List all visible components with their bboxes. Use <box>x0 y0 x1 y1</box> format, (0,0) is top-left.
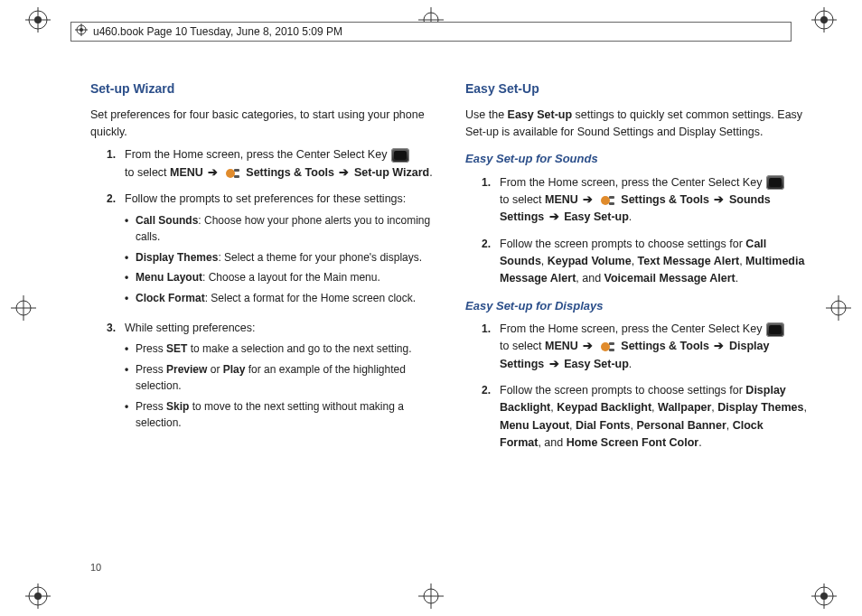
label: Menu Layout <box>500 419 569 432</box>
text: Follow the screen prompts to choose sett… <box>500 384 745 397</box>
text: , <box>569 419 576 432</box>
text: to select <box>500 193 545 206</box>
step-body: From the Home screen, press the Center S… <box>500 174 808 227</box>
menu-label: MENU <box>545 340 578 352</box>
text: From the Home screen, press the Center S… <box>500 322 765 335</box>
text: : Select a theme for your phone's displa… <box>218 251 422 264</box>
text: , and <box>576 272 604 285</box>
label: Personal Banner <box>636 419 726 432</box>
step-item: 2. Follow the screen prompts to choose s… <box>465 382 808 453</box>
text: Settings & Tools <box>621 193 712 206</box>
intro-text: Set preferences for four basic categorie… <box>90 107 433 142</box>
arrow-icon: ➔ <box>712 193 726 206</box>
label: Home Screen Font Color <box>567 436 699 449</box>
text: , and <box>538 436 566 449</box>
list-item: Menu Layout: Choose a layout for the Mai… <box>125 269 433 286</box>
step-number: 3. <box>90 320 125 435</box>
label: Easy Set-up <box>508 108 573 121</box>
text: , <box>632 255 638 267</box>
registration-icon <box>75 23 88 40</box>
svg-rect-40 <box>609 349 614 351</box>
crop-mark-icon <box>25 583 51 609</box>
page-number: 10 <box>90 562 101 573</box>
arrow-icon: ➔ <box>581 193 595 206</box>
settings-tools-icon <box>600 194 616 207</box>
right-column: Easy Set-Up Use the Easy Set-up settings… <box>465 79 808 555</box>
settings-tools-icon <box>225 167 241 180</box>
label: Wallpaper <box>658 401 711 414</box>
crop-mark-icon <box>826 295 851 321</box>
arrow-icon: ➔ <box>206 166 220 179</box>
step-body: While setting preferences: Press SET to … <box>125 320 433 435</box>
step-number: 2. <box>90 191 125 310</box>
step-body: Follow the screen prompts to choose sett… <box>500 382 808 453</box>
label: Preview <box>166 363 207 376</box>
svg-point-32 <box>226 169 235 178</box>
label: Dial Fonts <box>576 419 630 432</box>
page-header-bar: u460.book Page 10 Tuesday, June 8, 2010 … <box>70 22 792 42</box>
page-content: Set-up Wizard Set preferences for four b… <box>90 79 808 555</box>
step-item: 3. While setting preferences: Press SET … <box>90 320 433 435</box>
label: Menu Layout <box>136 271 202 284</box>
step-number: 1. <box>465 174 500 227</box>
label: Clock Format <box>136 292 205 304</box>
text: : Select a format for the Home screen cl… <box>205 292 416 304</box>
text: Use the <box>465 108 508 121</box>
label: SET <box>166 342 187 355</box>
list-item: Press Skip to move to the next setting w… <box>125 398 433 432</box>
svg-point-35 <box>601 196 610 205</box>
arrow-icon: ➔ <box>337 166 351 179</box>
step-number: 2. <box>465 382 500 453</box>
text: . <box>698 436 701 449</box>
list-item: Press SET to make a selection and go to … <box>125 341 433 358</box>
text: Follow the screen prompts to choose sett… <box>500 238 745 250</box>
step-item: 2. Follow the screen prompts to choose s… <box>465 236 808 288</box>
text: Press <box>136 400 166 413</box>
label: Play <box>223 363 246 376</box>
label: Voicemail Message Alert <box>604 272 736 285</box>
steps-list: 1. From the Home screen, press the Cente… <box>465 174 808 288</box>
settings-tools-icon <box>600 341 616 353</box>
step-item: 1. From the Home screen, press the Cente… <box>90 146 433 182</box>
menu-label: MENU <box>545 193 578 206</box>
step-number: 2. <box>465 236 500 288</box>
subsection-title: Easy Set-up for Sounds <box>465 150 808 168</box>
text: or <box>207 363 222 376</box>
text: , <box>541 255 548 267</box>
intro-text: Use the Easy Set-up settings to quickly … <box>465 107 808 142</box>
arrow-icon: ➔ <box>548 210 561 223</box>
center-select-key-icon <box>766 175 784 190</box>
text: . <box>736 272 738 285</box>
steps-list: 1. From the Home screen, press the Cente… <box>465 321 808 453</box>
label: Call Sounds <box>136 214 198 227</box>
menu-label: MENU <box>170 166 203 179</box>
crop-mark-icon <box>11 295 36 321</box>
step-number: 1. <box>465 321 500 373</box>
left-column: Set-up Wizard Set preferences for four b… <box>90 79 433 555</box>
text: Easy Set-up <box>564 358 629 370</box>
section-title: Easy Set-Up <box>465 79 808 99</box>
text: to make a selection and go to the next s… <box>187 342 411 355</box>
step-body: Follow the screen prompts to choose sett… <box>500 236 808 288</box>
text: : Choose a layout for the Main menu. <box>202 271 380 284</box>
text: Settings & Tools <box>246 166 337 179</box>
label: Text Message Alert <box>638 255 740 267</box>
step-body: Follow the prompts to set preferences fo… <box>125 191 433 310</box>
crop-mark-icon <box>418 583 444 609</box>
text: to select <box>125 166 170 179</box>
text: to select <box>500 340 545 352</box>
label: Display Themes <box>717 401 803 414</box>
crop-mark-icon <box>25 7 51 33</box>
center-select-key-icon <box>766 322 784 337</box>
bullet-list: Press SET to make a selection and go to … <box>125 341 433 432</box>
subsection-title: Easy Set-up for Displays <box>465 297 808 315</box>
arrow-icon: ➔ <box>581 340 595 352</box>
section-title: Set-up Wizard <box>90 79 433 99</box>
text: While setting preferences: <box>125 322 256 334</box>
steps-list: 1. From the Home screen, press the Cente… <box>90 146 433 434</box>
label: Keypad Backlight <box>557 401 651 414</box>
bullet-list: Call Sounds: Choose how your phone alert… <box>125 212 433 307</box>
crop-mark-icon <box>811 583 837 609</box>
label: Keypad Volume <box>548 255 632 267</box>
svg-rect-36 <box>609 196 614 199</box>
